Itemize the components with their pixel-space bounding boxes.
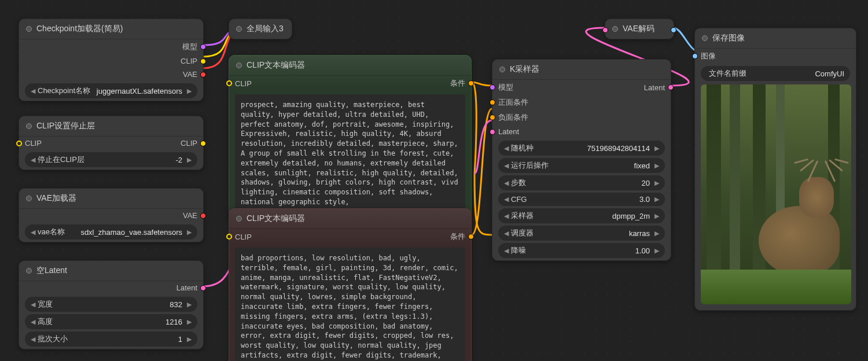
arrow-left-icon[interactable]: ◀ [504,145,509,152]
sampler-widget[interactable]: ◀采样器dpmpp_2m▶ [498,208,665,223]
vae-name-widget[interactable]: ◀vae名称sdxl_zhamao_vae.safetensors▶ [25,224,197,240]
node-checkpoint-loader[interactable]: Checkpoint加载器(简易) 模型 CLIP VAE ◀Checkpoin… [19,19,204,101]
arrow-left-icon[interactable]: ◀ [504,212,509,220]
node-global-input-3[interactable]: 全局输入3 [229,19,292,39]
arrow-left-icon[interactable]: ◀ [31,301,35,308]
input-image[interactable]: 图像 [695,49,856,64]
output-model[interactable]: 模型 [19,39,203,54]
arrow-left-icon[interactable]: ◀ [31,156,35,164]
arrow-left-icon[interactable]: ◀ [31,229,35,236]
input-positive[interactable]: 正面条件 [492,95,671,110]
output-clip[interactable]: CLIP [19,54,203,68]
width-widget[interactable]: ◀宽度832▶ [25,297,197,312]
output-vae[interactable]: VAE [19,68,203,81]
node-vae-loader[interactable]: VAE加载器 VAE ◀vae名称sdxl_zhamao_vae.safeten… [19,188,204,242]
node-title[interactable]: VAE加载器 [19,189,203,209]
checkpoint-name-widget[interactable]: ◀Checkpoint名称juggernautXL.safetensors▶ [25,83,197,98]
node-title[interactable]: Checkpoint加载器(简易) [19,19,203,39]
arrow-right-icon[interactable]: ▶ [187,87,192,95]
arrow-right-icon[interactable]: ▶ [187,301,192,308]
arrow-right-icon[interactable]: ▶ [654,212,659,220]
seed-widget[interactable]: ◀随机种751968942804114▶ [498,141,665,156]
height-widget[interactable]: ◀高度1216▶ [25,314,197,329]
input-negative[interactable]: 负面条件 [492,110,671,125]
node-title[interactable]: CLIP设置停止层 [19,116,203,137]
node-title[interactable]: 空Latent [19,261,203,281]
arrow-left-icon[interactable]: ◀ [504,162,509,170]
node-title[interactable]: 保存图像 [695,28,856,49]
arrow-left-icon[interactable]: ◀ [504,247,509,255]
output-vae[interactable]: VAE [19,209,203,222]
arrow-right-icon[interactable]: ▶ [187,336,192,343]
node-title[interactable]: K采样器 [492,60,671,80]
arrow-right-icon[interactable]: ▶ [654,247,659,255]
node-ksampler[interactable]: K采样器 模型Latent 正面条件 负面条件 Latent ◀随机种75196… [492,59,671,261]
arrow-right-icon[interactable]: ▶ [187,318,192,326]
scheduler-widget[interactable]: ◀调度器karras▶ [498,226,665,241]
node-clip-text-negative[interactable]: CLIP文本编码器 CLIP条件 bad proportions, low re… [229,208,472,361]
node-title[interactable]: CLIP文本编码器 [229,56,471,76]
output-latent[interactable]: Latent [19,281,203,294]
negative-prompt-textarea[interactable]: bad proportions, low resolution, bad, ug… [235,248,465,361]
input-latent[interactable]: Latent [492,125,671,138]
node-clip-stop-layer[interactable]: CLIP设置停止层 CLIPCLIP ◀停止在CLIP层-2▶ [19,116,204,170]
batch-widget[interactable]: ◀批次大小1▶ [25,331,197,347]
node-title[interactable]: CLIP文本编码器 [229,209,471,229]
arrow-right-icon[interactable]: ▶ [654,196,659,203]
stop-layer-widget[interactable]: ◀停止在CLIP层-2▶ [25,152,197,167]
arrow-left-icon[interactable]: ◀ [31,87,35,95]
arrow-left-icon[interactable]: ◀ [504,196,509,203]
control-after-widget[interactable]: ◀运行后操作fixed▶ [498,158,665,173]
node-save-image[interactable]: 保存图像 图像 文件名前缀ComfyUI [694,28,856,311]
arrow-right-icon[interactable]: ▶ [654,179,659,187]
node-vae-decode[interactable]: VAE解码 [605,19,674,39]
node-title[interactable]: 全局输入3 [229,19,292,39]
node-clip-text-positive[interactable]: CLIP文本编码器 CLIP条件 prospect, amazing quali… [229,55,472,219]
arrow-right-icon[interactable]: ▶ [187,156,192,164]
arrow-right-icon[interactable]: ▶ [654,162,659,170]
arrow-right-icon[interactable]: ▶ [654,230,659,237]
steps-widget[interactable]: ◀步数20▶ [498,175,665,190]
arrow-left-icon[interactable]: ◀ [504,230,509,237]
arrow-right-icon[interactable]: ▶ [187,229,192,236]
io-clip[interactable]: CLIPCLIP [19,137,203,150]
node-empty-latent[interactable]: 空Latent Latent ◀宽度832▶ ◀高度1216▶ ◀批次大小1▶ [19,260,204,349]
arrow-left-icon[interactable]: ◀ [504,179,509,187]
io-row[interactable]: CLIP条件 [229,76,471,91]
io-row[interactable]: CLIP条件 [229,229,471,244]
arrow-left-icon[interactable]: ◀ [31,318,35,326]
image-preview [701,84,851,304]
node-title[interactable]: VAE解码 [605,19,674,39]
io-row-model[interactable]: 模型Latent [492,80,671,95]
filename-prefix-widget[interactable]: 文件名前缀ComfyUI [701,66,850,81]
cfg-widget[interactable]: ◀CFG3.0▶ [498,193,665,206]
positive-prompt-textarea[interactable]: prospect, amazing quality, masterpiece, … [235,94,465,213]
denoise-widget[interactable]: ◀降噪1.00▶ [498,243,665,258]
arrow-right-icon[interactable]: ▶ [654,145,659,152]
arrow-left-icon[interactable]: ◀ [31,336,35,343]
